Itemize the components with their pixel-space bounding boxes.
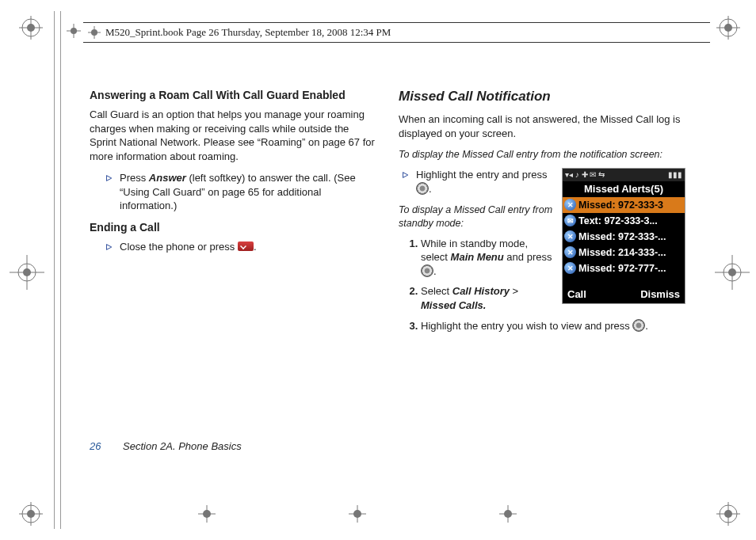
registration-mark-icon: [10, 255, 44, 290]
menu-ok-key-icon: [421, 264, 433, 277]
crop-tick-icon: [198, 505, 216, 523]
alert-row: ✕Missed: 214-333-...: [563, 245, 685, 260]
step-press-answer: ᐅ Press Answer (left softkey) to answer …: [105, 171, 376, 213]
softkey-name: Answer: [149, 172, 186, 184]
page-content: Answering a Roam Call With Call Guard En…: [90, 89, 685, 340]
text-fragment: .: [254, 241, 257, 253]
crop-tick-icon: [67, 24, 81, 38]
bullet-marker-icon: ᐅ: [105, 240, 120, 253]
svg-point-23: [724, 510, 732, 518]
bullet-marker-icon: ᐅ: [105, 171, 120, 184]
page-footer: 26 Section 2A. Phone Basics: [90, 440, 242, 452]
paragraph-missed-intro: When an incoming call is not answered, t…: [399, 112, 685, 140]
softkey-right: Dismiss: [640, 288, 680, 300]
status-icons-left: ▾◂ ♪ ✚ ✉ ⇆: [565, 170, 605, 179]
menu-name: Main Menu: [451, 251, 504, 263]
text-fragment: Highlight the entry and press: [416, 169, 547, 181]
missed-call-icon: ✕: [564, 246, 576, 258]
guide-line: [60, 11, 61, 529]
svg-point-19: [27, 510, 35, 518]
book-icon: [88, 26, 101, 39]
heading-ending-call: Ending a Call: [90, 221, 376, 234]
crop-tick-icon: [349, 505, 366, 523]
alert-row: ✉Text: 972-333-3...: [563, 213, 685, 229]
text-fragment: Press: [120, 172, 149, 184]
phone-screen-title: Missed Alerts(5): [563, 181, 685, 197]
missed-call-icon: ✕: [564, 230, 576, 242]
alert-row-text: Missed: 972-333-3: [578, 200, 663, 211]
guide-line: [54, 11, 55, 529]
svg-point-3: [27, 24, 35, 32]
svg-point-15: [728, 268, 736, 276]
menu-ok-key-icon: [632, 319, 645, 332]
registration-mark-icon: [716, 16, 740, 40]
lead-in-notification: To display the Missed Call entry from th…: [399, 148, 685, 162]
heading-missed-call: Missed Call Notification: [399, 89, 685, 105]
left-column: Answering a Roam Call With Call Guard En…: [90, 89, 376, 340]
registration-mark-icon: [716, 502, 740, 526]
svg-point-11: [23, 268, 31, 276]
step-highlight-entry: ᐅ Highlight the entry and press .: [402, 168, 554, 196]
alert-row-text: Missed: 972-777-...: [578, 263, 666, 274]
battery-icon: ▮▮▮: [668, 170, 682, 179]
registration-mark-icon: [19, 16, 43, 40]
text-fragment: Select: [421, 285, 452, 297]
menu-name: Missed Calls.: [421, 299, 486, 311]
section-label: Section 2A. Phone Basics: [123, 440, 242, 452]
crop-tick-icon: [499, 505, 517, 523]
softkey-left: Call: [567, 288, 586, 300]
menu-name: Call History: [452, 285, 510, 297]
text-fragment: .: [429, 183, 432, 195]
frame-header: M520_Sprint.book Page 26 Thursday, Septe…: [83, 22, 710, 43]
text-fragment: .: [645, 320, 648, 332]
text-fragment: Close the phone or press: [120, 241, 238, 253]
missed-call-icon: ✕: [564, 262, 576, 274]
missed-call-icon: ✕: [564, 199, 576, 211]
page-number: 26: [90, 440, 101, 452]
alert-row: ✕Missed: 972-777-...: [563, 260, 685, 276]
step-3: Highlight the entry you wish to view and…: [421, 319, 685, 333]
bullet-marker-icon: ᐅ: [402, 168, 416, 181]
end-key-icon: [238, 241, 254, 251]
heading-answer-roam: Answering a Roam Call With Call Guard En…: [90, 89, 376, 101]
right-column: Missed Call Notification When an incomin…: [399, 89, 685, 340]
svg-point-7: [724, 24, 732, 32]
alert-row-text: Missed: 972-333-...: [578, 231, 666, 242]
menu-ok-key-icon: [416, 182, 429, 195]
alert-row: ✕Missed: 972-333-3: [563, 197, 685, 213]
message-icon: ✉: [564, 215, 576, 226]
text-fragment: .: [433, 265, 437, 277]
frame-header-text: M520_Sprint.book Page 26 Thursday, Septe…: [105, 26, 391, 39]
alert-row-text: Text: 972-333-3...: [578, 215, 658, 226]
registration-mark-icon: [19, 502, 43, 526]
registration-mark-icon: [715, 255, 750, 290]
text-fragment: and press: [504, 251, 552, 263]
text-fragment: Highlight the entry you wish to view and…: [421, 320, 632, 332]
phone-screenshot: ▾◂ ♪ ✚ ✉ ⇆ ▮▮▮ Missed Alerts(5) ✕Missed:…: [562, 168, 685, 304]
alert-row-text: Missed: 214-333-...: [578, 247, 666, 258]
text-fragment: >: [510, 285, 518, 297]
phone-status-bar: ▾◂ ♪ ✚ ✉ ⇆ ▮▮▮: [563, 169, 685, 181]
alert-row: ✕Missed: 972-333-...: [563, 229, 685, 245]
paragraph-call-guard: Call Guard is an option that helps you m…: [90, 108, 376, 163]
step-close-phone: ᐅ Close the phone or press .: [105, 240, 376, 254]
